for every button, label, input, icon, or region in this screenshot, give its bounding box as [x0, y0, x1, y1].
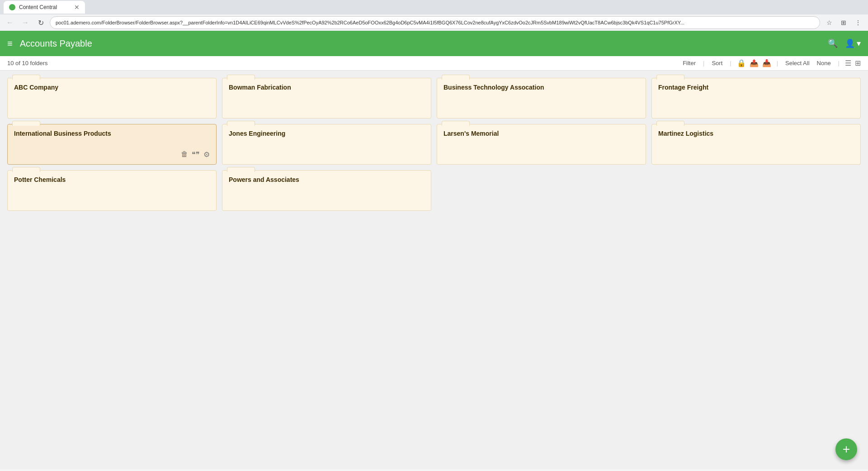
folder-card-abc-company[interactable]: ABC Company [7, 78, 217, 119]
back-button[interactable]: ← [4, 16, 16, 29]
shortcut-icon[interactable]: ❝❞ [192, 150, 200, 159]
folder-name-powers-associates: Powers and Associates [229, 176, 425, 183]
settings-icon[interactable]: ⚙ [203, 150, 210, 159]
extensions-button[interactable]: ⊞ [837, 16, 850, 29]
sep-3: | [777, 60, 778, 67]
title-bar: Content Central ✕ [0, 0, 868, 14]
folder-card-bowman-fabrication[interactable]: Bowman Fabrication [222, 78, 431, 119]
folder-card-powers-associates[interactable]: Powers and Associates [222, 170, 431, 211]
folder-grid: ABC CompanyBowman FabricationBusiness Te… [7, 78, 861, 211]
sep-1: | [703, 60, 704, 67]
sep-2: | [730, 60, 731, 67]
folder-card-international-business[interactable]: International Business Products🗑❝❞⚙ [7, 124, 217, 165]
folder-card-jones-engineering[interactable]: Jones Engineering [222, 124, 431, 165]
tab-label: Content Central [19, 4, 57, 10]
folder-card-potter-chemicals[interactable]: Potter Chemicals [7, 170, 217, 211]
folder-name-potter-chemicals: Potter Chemicals [14, 176, 210, 183]
bookmark-star-button[interactable]: ☆ [823, 16, 835, 29]
folder-count: 10 of 10 folders [7, 60, 681, 67]
list-view-icon[interactable]: ☰ [845, 59, 851, 67]
user-menu[interactable]: 👤 ▾ [845, 38, 861, 48]
select-all-button[interactable]: Select All [783, 59, 811, 67]
app-header: ≡ Accounts Payable 🔍 👤 ▾ [0, 31, 868, 56]
tab-favicon [9, 4, 15, 10]
delete-icon[interactable]: 🗑 [181, 150, 188, 159]
lock-icon[interactable]: 🔒 [737, 59, 746, 67]
grid-view-icon[interactable]: ⊞ [855, 59, 861, 67]
refresh-button[interactable]: ↻ [34, 16, 47, 29]
browser-menu-button[interactable]: ⋮ [852, 16, 864, 29]
address-bar[interactable] [50, 16, 820, 29]
folder-card-business-technology[interactable]: Business Technology Assocation [437, 78, 646, 119]
browser-chrome: Content Central ✕ ← → ↻ ☆ ⊞ ⋮ [0, 0, 868, 31]
content-toolbar: 10 of 10 folders Filter | Sort | 🔒 📤 📥 |… [0, 56, 868, 71]
forward-button[interactable]: → [19, 16, 32, 29]
upload-icon[interactable]: 📤 [750, 59, 759, 67]
user-icon: 👤 [845, 38, 855, 48]
folder-name-martinez-logistics: Martinez Logistics [658, 130, 854, 137]
browser-toolbar: ← → ↻ ☆ ⊞ ⋮ [0, 14, 868, 31]
search-icon[interactable]: 🔍 [828, 38, 838, 48]
folder-name-business-technology: Business Technology Assocation [443, 84, 639, 91]
folder-name-larsens-memorial: Larsen's Memorial [443, 130, 639, 137]
folder-card-martinez-logistics[interactable]: Martinez Logistics [651, 124, 861, 165]
user-chevron-icon: ▾ [857, 38, 861, 48]
folder-name-jones-engineering: Jones Engineering [229, 130, 425, 137]
toolbar-actions: Filter | Sort | 🔒 📤 📥 | Select All None … [681, 59, 861, 67]
tab-close-button[interactable]: ✕ [74, 4, 80, 11]
folder-card-larsens-memorial[interactable]: Larsen's Memorial [437, 124, 646, 165]
sep-4: | [838, 60, 840, 67]
folder-name-bowman-fabrication: Bowman Fabrication [229, 84, 425, 91]
sort-button[interactable]: Sort [710, 59, 724, 67]
content-area: ABC CompanyBowman FabricationBusiness Te… [0, 71, 868, 469]
folder-card-frontage-freight[interactable]: Frontage Freight [651, 78, 861, 119]
folder-action-bar-international-business: 🗑❝❞⚙ [14, 147, 210, 159]
app-title: Accounts Payable [20, 38, 828, 49]
folder-name-abc-company: ABC Company [14, 84, 210, 91]
add-folder-button[interactable]: + [835, 438, 857, 460]
menu-icon[interactable]: ≡ [7, 38, 13, 49]
filter-button[interactable]: Filter [681, 59, 698, 67]
browser-toolbar-icons: ☆ ⊞ ⋮ [823, 16, 864, 29]
folder-name-international-business: International Business Products [14, 130, 210, 137]
none-button[interactable]: None [815, 59, 833, 67]
browser-tab[interactable]: Content Central ✕ [4, 1, 85, 14]
download-icon[interactable]: 📥 [762, 59, 771, 67]
folder-name-frontage-freight: Frontage Freight [658, 84, 854, 91]
